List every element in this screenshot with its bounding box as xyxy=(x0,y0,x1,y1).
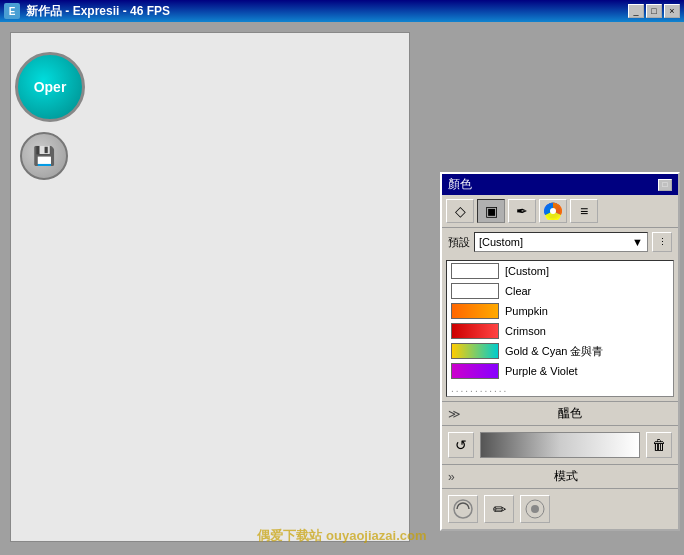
maximize-button[interactable]: □ xyxy=(646,4,662,18)
color-swatch xyxy=(451,303,499,319)
mode-tools: ✏ xyxy=(442,489,678,529)
preset-row: 預設 [Custom] ▼ ⋮ xyxy=(448,232,672,252)
mode-section-title: 模式 xyxy=(461,468,672,485)
palette-controls: ↺ 🗑 xyxy=(442,426,678,464)
palette-gradient[interactable] xyxy=(480,432,640,458)
list-item[interactable]: [Custom] xyxy=(447,261,673,281)
swatch-tab[interactable]: ◇ xyxy=(446,199,474,223)
preset-label: 預設 xyxy=(448,235,470,250)
title-bar-title: 新作品 - Expresii - 46 FPS xyxy=(26,3,170,20)
dropper-tab[interactable]: ✒ xyxy=(508,199,536,223)
title-bar-controls: _ □ × xyxy=(628,4,680,18)
list-item[interactable]: Purple & Violet xyxy=(447,361,673,381)
watermark: 偶爱下载站 ouyaojiazai.com xyxy=(257,527,426,545)
color-swatch xyxy=(451,283,499,299)
grid-tab[interactable]: ▣ xyxy=(477,199,505,223)
dots-separator: ............ xyxy=(447,381,673,396)
svg-point-3 xyxy=(550,208,556,214)
mode-circle-button[interactable] xyxy=(448,495,478,523)
dropdown-arrow-icon: ▼ xyxy=(632,236,643,248)
color-swatch xyxy=(451,323,499,339)
list-item[interactable]: Pumpkin xyxy=(447,301,673,321)
palette-section-title: 醞色 xyxy=(467,405,672,422)
minimize-button[interactable]: _ xyxy=(628,4,644,18)
panel-toolbar: ◇ ▣ ✒ xyxy=(442,195,678,228)
wheel-tab[interactable] xyxy=(539,199,567,223)
mode-pen-button[interactable]: ✏ xyxy=(484,495,514,523)
panel-title: 顏色 xyxy=(448,176,472,193)
list-item[interactable]: Clear xyxy=(447,281,673,301)
color-panel: 顏色 □ ◇ ▣ ✒ xyxy=(440,172,680,531)
mode-chevron-icon[interactable]: » xyxy=(448,470,455,484)
palette-reset-button[interactable]: ↺ xyxy=(448,432,474,458)
panel-title-bar: 顏色 □ xyxy=(442,174,678,195)
preset-select[interactable]: [Custom] ▼ xyxy=(474,232,648,252)
circle-tool-icon xyxy=(452,498,474,520)
palette-delete-button[interactable]: 🗑 xyxy=(646,432,672,458)
list-item[interactable]: Crimson xyxy=(447,321,673,341)
color-swatch xyxy=(451,363,499,379)
main-area: Oper 💾 顏色 □ ◇ ▣ ✒ xyxy=(0,22,684,555)
list-item[interactable]: Gold & Cyan 金與青 xyxy=(447,341,673,361)
preset-scroll-button[interactable]: ⋮ xyxy=(652,232,672,252)
mode-smudge-button[interactable] xyxy=(520,495,550,523)
save-button[interactable]: 💾 xyxy=(20,132,68,180)
color-swatch xyxy=(451,263,499,279)
title-bar-left: E 新作品 - Expresii - 46 FPS xyxy=(4,3,170,20)
menu-tab[interactable]: ≡ xyxy=(570,199,598,223)
preset-section: 預設 [Custom] ▼ ⋮ xyxy=(442,228,678,260)
preset-list: [Custom] Clear Pumpkin Crimson Gold & Cy… xyxy=(446,260,674,397)
smudge-tool-icon xyxy=(524,498,546,520)
title-bar: E 新作品 - Expresii - 46 FPS _ □ × xyxy=(0,0,684,22)
mode-section-header: » 模式 xyxy=(442,464,678,489)
app-icon: E xyxy=(4,3,20,19)
color-wheel-icon xyxy=(544,202,562,220)
save-icon: 💾 xyxy=(33,145,55,167)
palette-chevron-icon[interactable]: ≫ xyxy=(448,407,461,421)
open-button[interactable]: Oper xyxy=(15,52,85,122)
palette-section-header: ≫ 醞色 xyxy=(442,401,678,426)
svg-point-6 xyxy=(531,505,539,513)
panel-maximize-button[interactable]: □ xyxy=(658,179,672,191)
color-swatch xyxy=(451,343,499,359)
close-button[interactable]: × xyxy=(664,4,680,18)
